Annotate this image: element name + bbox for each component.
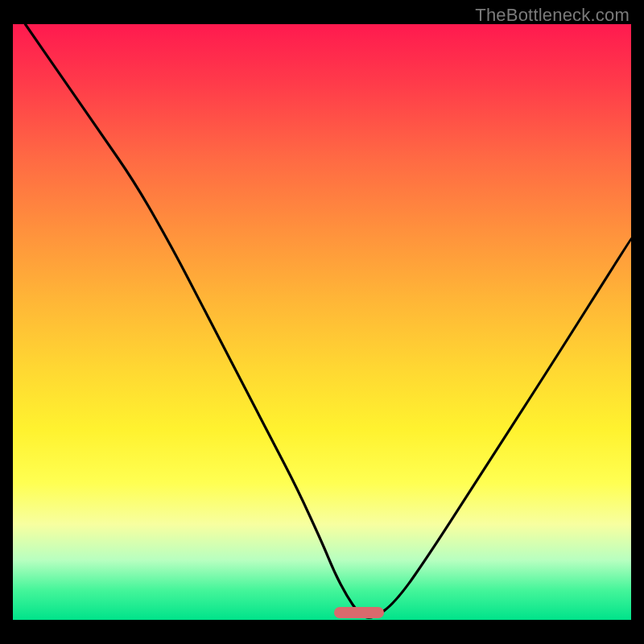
watermark-text: TheBottleneck.com	[475, 5, 630, 26]
bottleneck-curve-svg	[13, 24, 631, 620]
plot-area	[13, 24, 631, 620]
bottleneck-curve-path	[25, 24, 631, 617]
optimal-range-marker	[334, 607, 383, 618]
chart-container: TheBottleneck.com	[0, 0, 644, 644]
